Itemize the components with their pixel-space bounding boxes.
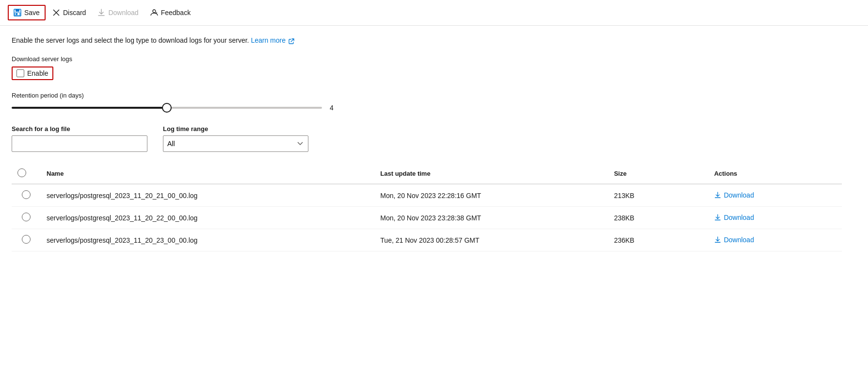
search-label: Search for a log file [12,125,147,133]
download-label: Download [724,191,754,199]
table-row: serverlogs/postgresql_2023_11_20_22_00_0… [12,207,842,229]
save-button[interactable]: Save [8,5,46,20]
toolbar: Save Discard Download F [0,0,868,26]
time-range-group: Log time range All Last 1 hour Last 6 ho… [163,125,308,152]
table-header-name: Name [41,164,374,184]
row-name: serverlogs/postgresql_2023_11_20_22_00_0… [41,207,374,229]
table-header-size: Size [608,164,708,184]
retention-slider[interactable] [12,107,322,109]
download-button[interactable]: Download [714,236,754,244]
feedback-icon [150,9,158,17]
table-header-row: Name Last update time Size Actions [12,164,842,184]
time-range-select[interactable]: All Last 1 hour Last 6 hours Last 12 hou… [163,135,308,152]
download-label: Download [724,214,754,221]
feedback-label: Feedback [161,9,191,17]
download-icon [714,214,721,221]
row-name: serverlogs/postgresql_2023_11_20_23_00_0… [41,229,374,251]
retention-section: Retention period (in days) 4 [12,92,842,112]
svg-point-7 [153,10,156,13]
enable-label: Enable [27,69,48,77]
feedback-button[interactable]: Feedback [145,6,195,19]
row-radio-cell [12,184,41,207]
discard-icon [52,9,60,17]
table-header-actions: Actions [708,164,842,184]
row-radio-button[interactable] [22,235,31,244]
enable-row: Enable [12,67,842,80]
save-icon [14,9,21,17]
server-logs-label: Download server logs [12,55,842,63]
description-text: Enable the server logs and select the lo… [12,35,842,46]
download-label: Download [724,236,754,244]
time-range-label: Log time range [163,125,308,133]
row-radio-button[interactable] [22,213,31,221]
download-toolbar-label: Download [108,9,138,17]
table-row: serverlogs/postgresql_2023_11_20_23_00_0… [12,229,842,251]
row-actions: Download [708,207,842,229]
svg-rect-3 [16,13,17,15]
enable-checkbox[interactable] [16,69,24,77]
download-toolbar-button[interactable]: Download [93,6,143,19]
discard-button[interactable]: Discard [48,6,91,19]
table-header-select [12,164,41,184]
search-input[interactable] [12,135,147,152]
download-icon [714,236,721,243]
row-radio-cell [12,229,41,251]
svg-rect-1 [16,9,19,12]
download-button[interactable]: Download [714,191,754,199]
row-actions: Download [708,229,842,251]
row-time: Mon, 20 Nov 2023 22:28:16 GMT [374,184,608,207]
table-row: serverlogs/postgresql_2023_11_20_21_00_0… [12,184,842,207]
retention-value: 4 [330,104,339,112]
row-time: Tue, 21 Nov 2023 00:28:57 GMT [374,229,608,251]
discard-label: Discard [63,9,86,17]
row-size: 238KB [608,207,708,229]
learn-more-link[interactable]: Learn more [251,36,294,44]
log-table: Name Last update time Size Actions serve… [12,164,842,251]
row-actions: Download [708,184,842,207]
search-group: Search for a log file [12,125,147,152]
retention-label: Retention period (in days) [12,92,842,99]
main-content: Enable the server logs and select the lo… [0,26,853,261]
row-time: Mon, 20 Nov 2023 23:28:38 GMT [374,207,608,229]
save-label: Save [24,9,40,17]
download-toolbar-icon [97,9,105,17]
external-link-icon [289,38,294,44]
header-radio-icon [17,168,26,177]
row-size: 236KB [608,229,708,251]
row-radio-cell [12,207,41,229]
download-button[interactable]: Download [714,214,754,221]
table-header-time: Last update time [374,164,608,184]
slider-row: 4 [12,104,842,112]
row-name: serverlogs/postgresql_2023_11_20_21_00_0… [41,184,374,207]
enable-checkbox-label[interactable]: Enable [12,67,53,80]
download-icon [714,192,721,199]
row-radio-button[interactable] [22,190,31,199]
row-size: 213KB [608,184,708,207]
filters-row: Search for a log file Log time range All… [12,125,842,152]
